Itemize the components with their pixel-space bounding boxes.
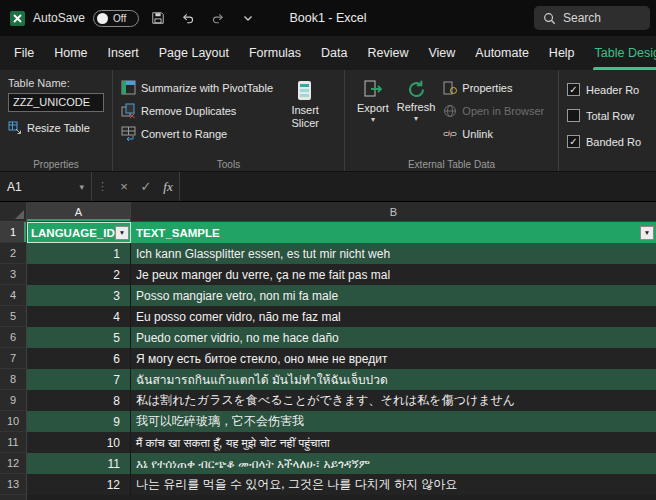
- total-row-checkbox[interactable]: [567, 109, 580, 122]
- tab-formulas[interactable]: Formulas: [239, 36, 311, 70]
- tab-data[interactable]: Data: [311, 36, 357, 70]
- insert-function-button[interactable]: fx: [157, 179, 179, 195]
- row-header[interactable]: 2: [0, 243, 27, 264]
- header-row-checkbox-item[interactable]: ✓ Header Ro: [567, 80, 648, 99]
- language-id-filter-button[interactable]: ▼: [115, 226, 129, 240]
- quick-access-menu-button[interactable]: [237, 6, 259, 30]
- banded-rows-label: Banded Ro: [586, 136, 641, 148]
- row-header[interactable]: 3: [0, 264, 27, 285]
- export-dropdown-chevron-icon: ▾: [371, 116, 375, 124]
- cell-language-id[interactable]: 11: [27, 453, 131, 474]
- row-header[interactable]: 4: [0, 285, 27, 306]
- cancel-icon: ×: [120, 179, 128, 194]
- cell-text-sample[interactable]: Je peux manger du verre, ça ne me fait p…: [131, 264, 656, 285]
- row-header[interactable]: 12: [0, 453, 27, 474]
- table-properties-label: Properties: [462, 82, 512, 94]
- cell-language-id[interactable]: 10: [27, 432, 131, 453]
- tab-review[interactable]: Review: [357, 36, 418, 70]
- row-header[interactable]: 7: [0, 348, 27, 369]
- row-header[interactable]: [0, 495, 27, 500]
- cell-text-sample[interactable]: Puedo comer vidrio, no me hace daño: [131, 327, 656, 348]
- row-header[interactable]: 1: [0, 222, 27, 243]
- remove-duplicates-button[interactable]: Remove Duplicates: [121, 100, 274, 121]
- autosave-label: AutoSave: [33, 11, 85, 25]
- properties-icon: [443, 81, 457, 95]
- row-header[interactable]: 11: [0, 432, 27, 453]
- enter-button[interactable]: ✓: [135, 179, 157, 194]
- search-box[interactable]: Search: [534, 6, 650, 30]
- row-header[interactable]: 8: [0, 369, 27, 390]
- cell-language-id[interactable]: 1: [27, 243, 131, 264]
- tab-automate[interactable]: Automate: [465, 36, 539, 70]
- row-header[interactable]: 5: [0, 306, 27, 327]
- tab-help[interactable]: Help: [539, 36, 585, 70]
- cell-text-sample[interactable]: मैं कांच खा सकता हूँ, यह मुझे चोट नहीं प…: [131, 432, 656, 453]
- save-button[interactable]: [147, 6, 169, 30]
- tab-home[interactable]: Home: [44, 36, 97, 70]
- tab-file[interactable]: File: [4, 36, 44, 70]
- tab-view[interactable]: View: [418, 36, 465, 70]
- cell-a1-language-id[interactable]: LANGUAGE_ID ▼: [27, 222, 131, 243]
- cell-text-sample[interactable]: 나는 유리를 먹을 수 있어요, 그것은 나를 다치게 하지 않아요: [131, 474, 656, 495]
- cell-language-id[interactable]: 9: [27, 411, 131, 432]
- undo-icon: [181, 11, 195, 25]
- table-row: 13 12 나는 유리를 먹을 수 있어요, 그것은 나를 다치게 하지 않아요: [0, 474, 656, 495]
- tab-table-design[interactable]: Table Design: [585, 36, 656, 70]
- cell-text-sample[interactable]: እኔ የተሰነጠቀ ብርጭቆ መብላት እችላለሁ፣ አይጎዳኝም: [131, 453, 656, 474]
- summarize-pivottable-button[interactable]: Summarize with PivotTable: [121, 77, 274, 98]
- formula-input[interactable]: [179, 172, 656, 201]
- row-header[interactable]: 13: [0, 474, 27, 495]
- excel-window: AutoSave Off Book1 - Excel: [0, 0, 656, 500]
- chevron-down-icon: [243, 15, 253, 22]
- remove-duplicates-label: Remove Duplicates: [141, 105, 236, 117]
- cell-text-sample[interactable]: 我可以吃碎玻璃，它不会伤害我: [131, 411, 656, 432]
- cell-language-id[interactable]: 6: [27, 348, 131, 369]
- banded-rows-checkbox-item[interactable]: ✓ Banded Ro: [567, 132, 648, 151]
- redo-button[interactable]: [207, 6, 229, 30]
- excel-app-icon[interactable]: [10, 11, 25, 26]
- cell-text-sample[interactable]: Ich kann Glassplitter essen, es tut mir …: [131, 243, 656, 264]
- export-label: Export: [357, 102, 389, 115]
- tab-insert[interactable]: Insert: [98, 36, 149, 70]
- undo-button[interactable]: [177, 6, 199, 30]
- cell-language-id[interactable]: 8: [27, 390, 131, 411]
- text-sample-filter-button[interactable]: ▼: [640, 226, 654, 240]
- table-row: 6 5 Puedo comer vidrio, no me hace daño: [0, 327, 656, 348]
- table-properties-button[interactable]: Properties: [443, 77, 544, 98]
- autosave-toggle[interactable]: Off: [93, 10, 139, 27]
- cell-language-id[interactable]: 3: [27, 285, 131, 306]
- convert-to-range-button[interactable]: Convert to Range: [121, 123, 274, 144]
- cell-text-sample[interactable]: Posso mangiare vetro, non mi fa male: [131, 285, 656, 306]
- select-all-corner[interactable]: [0, 202, 27, 222]
- table-name-input[interactable]: [8, 93, 104, 112]
- row-header[interactable]: 10: [0, 411, 27, 432]
- unlink-button[interactable]: Unlink: [443, 123, 544, 144]
- row-header[interactable]: 6: [0, 327, 27, 348]
- cell-text-sample[interactable]: Eu posso comer vidro, não me faz mal: [131, 306, 656, 327]
- name-box[interactable]: A1 ▾: [0, 172, 92, 201]
- cell-text-sample[interactable]: 私は割れたガラスを食べることができます、それは私を傷つけません: [131, 390, 656, 411]
- browser-globe-icon: [443, 104, 457, 118]
- cell-language-id[interactable]: 12: [27, 474, 131, 495]
- resize-table-button[interactable]: Resize Table: [8, 118, 104, 139]
- total-row-checkbox-item[interactable]: Total Row: [567, 106, 648, 125]
- column-header-a[interactable]: A: [27, 202, 131, 222]
- cell-language-id[interactable]: 5: [27, 327, 131, 348]
- cell-b1-text-sample[interactable]: TEXT_SAMPLE ▼: [131, 222, 656, 243]
- cancel-button[interactable]: ×: [113, 179, 135, 194]
- ribbon-tab-bar: File Home Insert Page Layout Formulas Da…: [0, 36, 656, 70]
- tab-page-layout[interactable]: Page Layout: [149, 36, 239, 70]
- cell-language-id[interactable]: 4: [27, 306, 131, 327]
- cell-text-sample[interactable]: Я могу есть битое стекло, оно мне не вре…: [131, 348, 656, 369]
- export-button[interactable]: Export ▾: [353, 77, 393, 156]
- insert-slicer-button[interactable]: Insert Slicer: [274, 77, 336, 156]
- cell-language-id[interactable]: 2: [27, 264, 131, 285]
- refresh-button[interactable]: Refresh ▾: [393, 77, 440, 156]
- cell-text-sample[interactable]: ฉันสามารถกินแก้วแตกได้ มันไม่ทำให้ฉันเจ็…: [131, 369, 656, 390]
- column-header-b[interactable]: B: [131, 202, 656, 222]
- header-row-checkbox[interactable]: ✓: [567, 83, 580, 96]
- banded-rows-checkbox[interactable]: ✓: [567, 135, 580, 148]
- cell-language-id[interactable]: 7: [27, 369, 131, 390]
- row-header[interactable]: 9: [0, 390, 27, 411]
- refresh-icon: [406, 79, 427, 100]
